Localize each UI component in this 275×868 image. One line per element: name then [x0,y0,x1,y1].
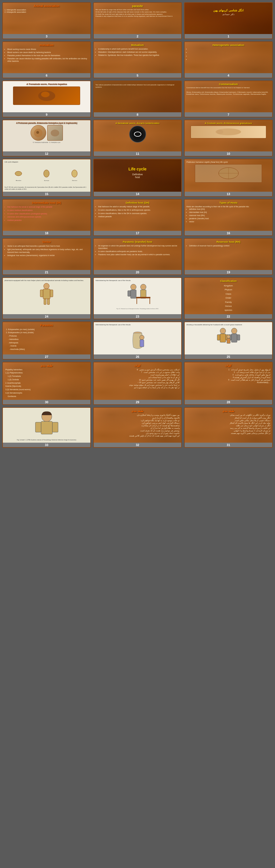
slide-14[interactable]: Life cycle Definitivehost 14 [93,159,182,197]
slide-23-caption: Fig. 4-1: Historical use of therapeutic … [96,308,179,309]
slide-6[interactable]: mutualism Blood sucking insects cause il… [2,41,91,78]
slide-19-body: Definition of reservoir host in parasito… [186,244,271,247]
slide-19-number: 19 [185,270,272,275]
slide-10-number: 10 [185,151,272,156]
slide-11[interactable]: A Nematode worm, Ascaris lumbricoides 11 [93,120,182,157]
svg-rect-16 [43,289,50,299]
slide-17[interactable]: Definitive host (DH) that harbours the a… [93,199,182,236]
slide-grid: Animal association 1. Interspecific asso… [0,0,275,450]
slide-26-image [96,326,179,353]
slide-32[interactable]: طبقه بندی بین مووزه آنالوگ جانوری پوست و… [93,407,182,448]
slide-22-title: Classification [186,280,271,282]
slide-2[interactable]: parasite We can divide by origin that al… [93,2,182,39]
slide-24[interactable]: pharmacist equipped with his main helper… [2,277,91,319]
slide-27-number: 27 [3,354,90,359]
slide-26-title: Administering the therapeutic use of the… [96,324,179,326]
slide-1-subtitle: دکتر حمدادی [186,13,271,16]
slide-30[interactable]: طبقه بندی Phyla/thy helminthes 1.(1) Pla… [2,362,91,405]
slide-24-title: pharmacist equipped with his main helper… [4,280,89,282]
slide-30-title: طبقه بندی [4,364,89,367]
slide-5-body: A relationship in which both partners be… [96,48,179,56]
slide-21-body: Vector is an arthropod that transmits a … [4,245,89,257]
svg-rect-18 [50,290,53,297]
slide-8[interactable]: Text about parasitism characteristics an… [93,81,182,117]
slide-28-title: کلیات [186,364,271,367]
slide-4-body [186,48,271,61]
slide-27-title: Parasites [4,324,89,327]
slide-30-body: Phyla/thy helminthes 1.(1) Platyhelminth… [4,368,89,398]
slide-22[interactable]: Classification Kingdom Phylum Class Orde… [184,277,273,319]
slide-15[interactable]: Life cycle diagram Miracidium Sporocyst … [2,159,91,197]
slide-14-title: Life cycle [96,167,179,171]
svg-point-11 [72,170,77,177]
slide-31[interactable]: طبقه بندی دوران درگیری انگلی در انگلهایی… [184,407,273,448]
slide-6-body: Blood sucking insects cause illness Bloo… [4,48,89,62]
svg-rect-43 [41,422,53,434]
slide-33[interactable]: Fig. Linnaei C. (1758) Systema naturae &… [2,407,91,448]
slide-3[interactable]: Animal association 1. Interspecific asso… [2,2,91,39]
slide-16[interactable]: Types of Hosts Hosts are classified acco… [184,199,273,236]
svg-point-8 [216,130,223,134]
slide-20[interactable]: Paratenic (transfer) host An organism in… [93,238,182,275]
slide-27[interactable]: Parasites 1. Ectoparasites (on man) (out… [2,321,91,360]
slide-17-body: that harbours the adult or sexually matu… [96,205,179,218]
slide-21[interactable]: Vector Vector is an arthropod that trans… [2,238,91,275]
svg-rect-19 [44,299,46,305]
slide-1[interactable]: انگل شناسی کرمهای پهن دکتر حمدادی 1 [184,2,273,39]
slide-16-title: Types of Hosts [186,202,271,204]
slide-7-body: Commensal derive benefit from the associ… [186,87,271,96]
slide-26-number: 26 [94,354,181,359]
slide-16-body: Hosts are classified according to their … [186,205,271,223]
slide-20-number: 20 [94,270,181,275]
slide-15-title: Life cycle diagram [4,161,89,163]
slide-2-number: 2 [94,34,181,38]
slide-29[interactable]: کلیات اسکلت بدن مشخص دستگاه گردش خون و ت… [93,362,182,405]
slide-26[interactable]: Administering the therapeutic use of the… [93,321,182,360]
slide-11-title: A Nematode worm, Ascaris lumbricoides [96,122,179,124]
svg-point-30 [140,335,144,340]
slide-5[interactable]: Mutualism A relationship in which both p… [93,41,182,78]
slide-25[interactable]: showing a housewife delivering her husba… [184,321,273,360]
slide-7[interactable]: Commensalism Commensal derive benefit fr… [184,81,273,117]
slide-2-title: parasite [96,4,179,8]
svg-point-1 [41,92,49,97]
slide-27-body: 1. Ectoparasites (on man) (outside) 2. E… [4,328,89,351]
svg-rect-41 [227,338,230,343]
slide-33-caption: Fig. Linnaei C. (1758) Systema naturae &… [4,439,89,441]
slide-13[interactable]: Pediculus humanus capitis (head lice) li… [184,159,273,197]
slide-23[interactable]: Administering the therapeutic use of the… [93,277,182,319]
slide-12-number: 12 [3,151,90,156]
svg-rect-17 [40,290,43,297]
slide-5-title: Mutualism [96,44,179,46]
slide-12-title: A Protozoan parasite, Entamoeba histolyt… [4,122,89,124]
slide-28[interactable]: کلیات کرمهای پهن از سلول محل تشریح جوش آ… [184,362,273,405]
slide-24-number: 24 [3,314,90,319]
slide-9[interactable]: A Trematode worm, Fasciola hepatica 9 [2,81,91,117]
slide-18-number: 18 [3,231,90,235]
slide-18[interactable]: Intermediate host (IH) that harbours the… [2,199,91,236]
slide-10[interactable]: A Cestode worm, Echinococcus granulosus … [184,120,273,157]
slide-8-body: Text about parasitism characteristics an… [96,84,179,89]
svg-rect-44 [35,422,41,432]
slide-3-body: 1. Interspecific association 2. Intraspe… [4,9,89,13]
slide-11-image [129,126,146,143]
slide-22-taxonomy: Kingdom Phylum Class Order Family Genus … [186,284,271,312]
slide-4[interactable]: Heterogenetic association 4 [184,41,273,78]
slide-12-caption: E. histolytica trophozoite E. histolytic… [4,142,89,143]
svg-point-36 [231,328,237,334]
slide-31-title: طبقه بندی [186,409,271,412]
slide-17-title: Definitive host (DH) [96,202,179,204]
slide-28-number: 28 [185,400,272,404]
slide-16-number: 16 [185,231,272,235]
slide-33-image [4,409,89,439]
slide-29-number: 29 [94,400,181,404]
slide-19[interactable]: Reservoir host (RH) Definition of reserv… [184,238,273,275]
slide-13-title: Pediculus humanus capitis (head lice) li… [186,161,271,163]
svg-rect-45 [53,422,58,432]
svg-point-3 [36,131,39,134]
slide-24-image [36,283,57,305]
svg-rect-26 [136,297,150,298]
slide-12[interactable]: A Protozoan parasite, Entamoeba histolyt… [2,120,91,157]
slide-13-image [195,164,262,183]
svg-rect-31 [140,340,144,347]
